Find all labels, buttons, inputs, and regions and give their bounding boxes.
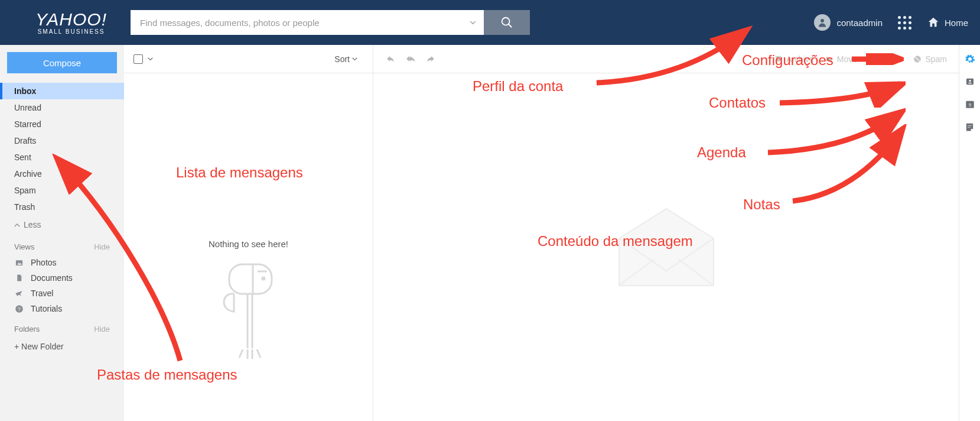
reading-pane: Archive Move Delete Spam bbox=[373, 45, 959, 421]
folder-move-icon bbox=[825, 55, 834, 63]
folder-starred[interactable]: Starred bbox=[0, 116, 124, 132]
travel-icon bbox=[14, 289, 24, 297]
view-label: Documents bbox=[31, 273, 73, 283]
empty-envelope-illustration bbox=[613, 203, 719, 292]
folder-drafts[interactable]: Drafts bbox=[0, 132, 124, 149]
reply-icon[interactable] bbox=[385, 55, 396, 63]
views-hide[interactable]: Hide bbox=[94, 242, 110, 251]
brand-main-text: YAHOO! bbox=[35, 10, 107, 29]
folder-unread[interactable]: Unread bbox=[0, 99, 124, 116]
message-list-body: Nothing to see here! bbox=[124, 73, 373, 421]
header-right: contaadmin Home bbox=[814, 14, 968, 31]
view-tutorials[interactable]: ? Tutorials bbox=[0, 301, 124, 316]
reply-all-icon[interactable] bbox=[404, 55, 417, 63]
svg-point-2 bbox=[821, 19, 824, 22]
calendar-button[interactable]: 5 bbox=[964, 98, 976, 110]
view-travel[interactable]: Travel bbox=[0, 286, 124, 301]
folder-inbox[interactable]: Inbox bbox=[0, 83, 124, 99]
search-scope-dropdown[interactable] bbox=[461, 10, 484, 35]
spam-label: Spam bbox=[925, 54, 947, 64]
folder-sent[interactable]: Sent bbox=[0, 149, 124, 166]
search-bar bbox=[131, 10, 530, 35]
search-icon bbox=[500, 16, 513, 29]
svg-text:5: 5 bbox=[968, 102, 971, 108]
svg-point-20 bbox=[969, 80, 971, 82]
list-toolbar: Sort bbox=[124, 45, 373, 73]
sort-menu[interactable]: Sort bbox=[334, 54, 363, 64]
user-icon bbox=[817, 17, 828, 28]
contacts-button[interactable] bbox=[964, 76, 976, 88]
empty-mailbox-illustration bbox=[216, 260, 281, 360]
view-label: Travel bbox=[31, 289, 53, 298]
view-photos[interactable]: Photos bbox=[0, 255, 124, 270]
forward-icon[interactable] bbox=[425, 55, 436, 63]
chevron-up-icon bbox=[14, 223, 20, 227]
search-button[interactable] bbox=[484, 10, 530, 35]
svg-rect-16 bbox=[869, 56, 875, 57]
select-all-checkbox[interactable] bbox=[134, 54, 143, 64]
settings-button[interactable] bbox=[964, 53, 976, 65]
folders-section-header: Folders Hide bbox=[0, 316, 124, 337]
notes-icon bbox=[965, 122, 975, 132]
sidebar: Compose Inbox Unread Starred Drafts Sent… bbox=[0, 45, 124, 421]
chevron-down-icon bbox=[470, 21, 476, 25]
right-rail: 5 bbox=[959, 45, 980, 421]
home-link[interactable]: Home bbox=[927, 16, 968, 29]
reading-body bbox=[373, 73, 959, 421]
delete-action[interactable]: Delete bbox=[868, 54, 903, 64]
less-label: Less bbox=[24, 220, 41, 229]
spam-icon bbox=[913, 55, 922, 63]
apps-launcher[interactable] bbox=[898, 16, 911, 30]
svg-line-1 bbox=[509, 24, 512, 28]
notes-button[interactable] bbox=[964, 121, 976, 132]
contacts-icon bbox=[965, 77, 975, 86]
avatar bbox=[814, 14, 831, 31]
home-icon bbox=[927, 16, 940, 29]
folder-archive[interactable]: Archive bbox=[0, 166, 124, 182]
views-section-header: Views Hide bbox=[0, 234, 124, 255]
svg-point-9 bbox=[262, 277, 265, 280]
svg-text:?: ? bbox=[18, 306, 21, 312]
new-folder-button[interactable]: + New Folder bbox=[0, 337, 124, 356]
folders-title: Folders bbox=[14, 325, 40, 333]
archive-icon bbox=[774, 55, 783, 63]
view-documents[interactable]: Documents bbox=[0, 270, 124, 286]
collapse-folders[interactable]: Less bbox=[0, 215, 124, 234]
folder-trash[interactable]: Trash bbox=[0, 199, 124, 215]
search-input[interactable] bbox=[131, 10, 461, 35]
plus-icon: + bbox=[14, 342, 21, 351]
empty-state-text: Nothing to see here! bbox=[124, 239, 373, 249]
move-action[interactable]: Move bbox=[825, 54, 857, 64]
action-toolbar: Archive Move Delete Spam bbox=[373, 45, 959, 73]
svg-rect-13 bbox=[776, 56, 782, 57]
image-icon bbox=[14, 258, 24, 267]
calendar-icon: 5 bbox=[965, 99, 975, 109]
spam-action[interactable]: Spam bbox=[913, 54, 947, 64]
gear-icon bbox=[965, 54, 975, 64]
view-label: Tutorials bbox=[31, 304, 62, 313]
app-header: YAHOO! SMALL BUSINESS contaadmin Home bbox=[0, 0, 980, 45]
compose-button[interactable]: Compose bbox=[7, 52, 117, 73]
folder-spam[interactable]: Spam bbox=[0, 182, 124, 199]
delete-label: Delete bbox=[879, 54, 903, 64]
move-label: Move bbox=[837, 54, 857, 64]
archive-action[interactable]: Archive bbox=[774, 54, 814, 64]
chevron-down-icon[interactable] bbox=[148, 57, 153, 61]
svg-rect-15 bbox=[870, 57, 874, 62]
account-menu[interactable]: contaadmin bbox=[814, 14, 883, 31]
home-label: Home bbox=[945, 18, 968, 28]
message-list-pane: Sort Nothing to see here! bbox=[124, 45, 373, 421]
brand-sub-text: SMALL BUSINESS bbox=[35, 29, 107, 35]
svg-point-0 bbox=[502, 18, 510, 25]
new-folder-label: New Folder bbox=[21, 342, 64, 351]
folders-hide[interactable]: Hide bbox=[94, 325, 110, 333]
brand-logo: YAHOO! SMALL BUSINESS bbox=[35, 10, 107, 35]
chevron-down-icon bbox=[352, 57, 357, 61]
svg-rect-14 bbox=[776, 58, 781, 61]
sort-label: Sort bbox=[334, 54, 350, 64]
main-layout: Compose Inbox Unread Starred Drafts Sent… bbox=[0, 45, 980, 421]
help-icon: ? bbox=[14, 305, 24, 313]
account-name: contaadmin bbox=[836, 18, 883, 28]
view-label: Photos bbox=[31, 258, 57, 267]
trash-icon bbox=[868, 54, 875, 63]
